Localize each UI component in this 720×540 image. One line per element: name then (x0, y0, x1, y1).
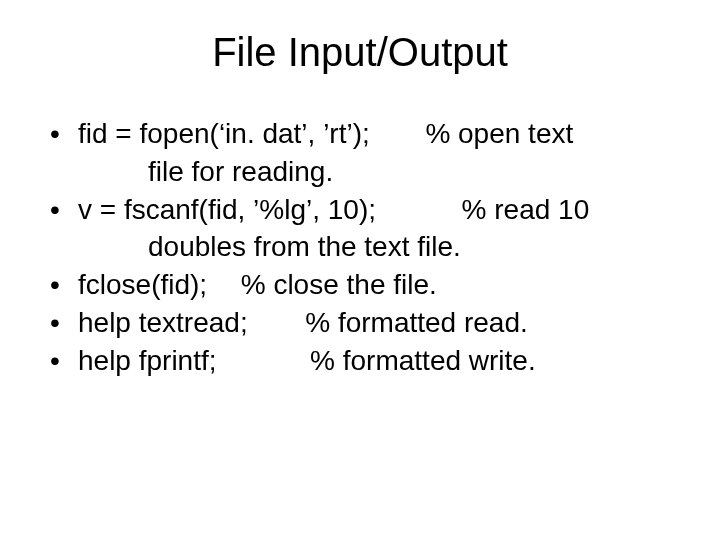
list-item: help fprintf; % formatted write. (50, 342, 680, 380)
list-item: fid = fopen(‘in. dat’, ’rt’); % open tex… (50, 115, 680, 191)
bullet-list: fid = fopen(‘in. dat’, ’rt’); % open tex… (50, 115, 680, 380)
list-item: fclose(fid); % close the file. (50, 266, 680, 304)
comment-text: % close the file. (241, 269, 437, 300)
slide: File Input/Output fid = fopen(‘in. dat’,… (0, 0, 720, 540)
comment-text: % formatted read. (305, 307, 528, 338)
slide-title: File Input/Output (40, 30, 680, 75)
code-text: fclose(fid); (78, 269, 207, 300)
list-item: help textread; % formatted read. (50, 304, 680, 342)
code-text: help fprintf; (78, 345, 217, 376)
code-text: v = fscanf(fid, ’%lg’, 10); (78, 194, 376, 225)
list-item: v = fscanf(fid, ’%lg’, 10); % read 10 do… (50, 191, 680, 267)
comment-text: % open text (425, 118, 573, 149)
code-text: fid = fopen(‘in. dat’, ’rt’); (78, 118, 370, 149)
code-text: help textread; (78, 307, 248, 338)
continuation-text: file for reading. (78, 153, 680, 191)
comment-text: % formatted write. (310, 345, 536, 376)
comment-text: % read 10 (462, 194, 590, 225)
continuation-text: doubles from the text file. (78, 228, 680, 266)
